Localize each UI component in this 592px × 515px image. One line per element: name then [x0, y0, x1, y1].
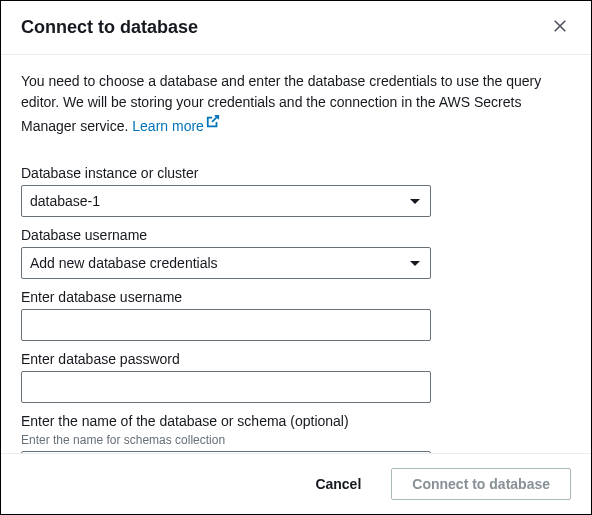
connect-database-modal: Connect to database You need to choose a… [0, 0, 592, 515]
username-select-label: Database username [21, 227, 571, 243]
username-input-group: Enter database username [21, 289, 571, 341]
learn-more-link[interactable]: Learn more [132, 118, 220, 134]
learn-more-text: Learn more [132, 118, 204, 134]
modal-footer: Cancel Connect to database [1, 453, 591, 514]
connect-button[interactable]: Connect to database [391, 468, 571, 500]
instance-select[interactable]: database-1 [21, 185, 431, 217]
password-input-group: Enter database password [21, 351, 571, 403]
username-select[interactable]: Add new database credentials [21, 247, 431, 279]
modal-header: Connect to database [1, 1, 591, 55]
external-link-icon [206, 113, 220, 134]
username-input-label: Enter database username [21, 289, 571, 305]
close-button[interactable] [549, 15, 571, 40]
modal-title: Connect to database [21, 17, 198, 38]
instance-label: Database instance or cluster [21, 165, 571, 181]
instance-select-value: database-1 [30, 193, 100, 209]
username-input[interactable] [21, 309, 431, 341]
password-input[interactable] [21, 371, 431, 403]
username-select-group: Database username Add new database crede… [21, 227, 571, 279]
instance-group: Database instance or cluster database-1 [21, 165, 571, 217]
modal-body: You need to choose a database and enter … [1, 55, 591, 453]
schema-hint: Enter the name for schemas collection [21, 433, 571, 447]
password-input-label: Enter database password [21, 351, 571, 367]
description-text: You need to choose a database and enter … [21, 73, 541, 134]
instance-select-wrapper: database-1 [21, 185, 431, 217]
schema-label: Enter the name of the database or schema… [21, 413, 571, 429]
schema-group: Enter the name of the database or schema… [21, 413, 571, 453]
cancel-button[interactable]: Cancel [295, 468, 381, 500]
username-select-value: Add new database credentials [30, 255, 218, 271]
username-select-wrapper: Add new database credentials [21, 247, 431, 279]
close-icon [553, 19, 567, 36]
modal-description: You need to choose a database and enter … [21, 71, 571, 137]
